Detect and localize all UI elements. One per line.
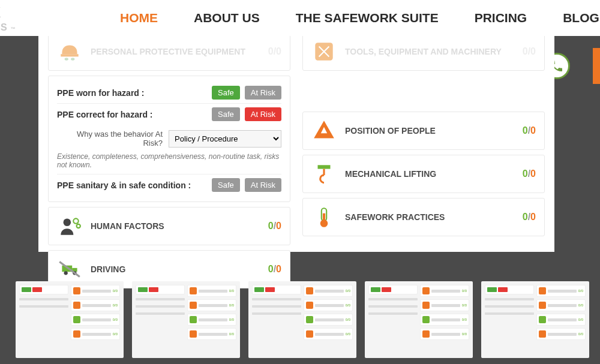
warning-icon bbox=[311, 118, 337, 143]
nav: HOME ABOUT US THE SAFEWORK SUITE PRICING… bbox=[120, 11, 599, 25]
safe-button[interactable]: Safe bbox=[212, 107, 240, 121]
thumbnail[interactable]: 0/0 0/0 0/0 0/0 bbox=[132, 281, 240, 358]
ratio: 0/0 bbox=[523, 212, 536, 222]
thumbnail[interactable]: 0/0 0/0 0/0 0/0 bbox=[481, 281, 589, 358]
card-title: POSITION OF PEOPLE bbox=[345, 126, 514, 136]
nav-suite[interactable]: THE SAFEWORK SUITE bbox=[296, 11, 439, 25]
nav-about[interactable]: ABOUT US bbox=[194, 11, 260, 25]
ratio: 0/0 bbox=[523, 125, 536, 136]
nav-home[interactable]: HOME bbox=[120, 11, 158, 25]
card-mechanical-lifting[interactable]: MECHANICAL LIFTING 0/0 bbox=[302, 155, 545, 193]
top-nav-bar: RK ONS™ HOME ABOUT US THE SAFEWORK SUITE… bbox=[0, 0, 600, 36]
card-human-factors[interactable]: HUMAN FACTORS 0/0 bbox=[48, 207, 290, 245]
hook-icon bbox=[311, 161, 337, 186]
safe-button[interactable]: Safe bbox=[212, 178, 240, 192]
svg-point-8 bbox=[64, 271, 68, 275]
safe-button[interactable]: Safe bbox=[212, 86, 240, 100]
ppe-sub-block: PPE worn for hazard : Safe At Risk PPE c… bbox=[48, 76, 290, 202]
truck-icon bbox=[57, 257, 82, 282]
logo: RK ONS™ bbox=[0, 6, 17, 32]
card-safework-practices[interactable]: SAFEWORK PRACTICES 0/0 bbox=[302, 198, 545, 236]
hardhat-icon bbox=[57, 39, 82, 64]
right-column: TOOLS, EQUIPMENT AND MACHINERY 0/0 POSIT… bbox=[302, 32, 545, 288]
card-position[interactable]: POSITION OF PEOPLE 0/0 bbox=[302, 112, 545, 150]
atrisk-button[interactable]: At Risk bbox=[245, 178, 281, 192]
hint-text: Existence, completeness, comprehensivene… bbox=[57, 150, 281, 174]
atrisk-button[interactable]: At Risk bbox=[245, 107, 281, 121]
thumbnail[interactable]: 0/0 0/0 0/0 0/0 bbox=[248, 281, 356, 358]
card-title: HUMAN FACTORS bbox=[91, 221, 260, 231]
card-ppe[interactable]: PERSONAL PROTECTIVE EQUIPMENT 0/0 bbox=[48, 32, 290, 71]
ratio: 0/0 bbox=[268, 264, 281, 275]
sub-label: PPE worn for hazard : bbox=[57, 88, 207, 98]
svg-rect-16 bbox=[323, 213, 325, 222]
tools-icon bbox=[311, 39, 337, 64]
atrisk-button[interactable]: At Risk bbox=[245, 86, 281, 100]
svg-rect-12 bbox=[318, 165, 331, 169]
ratio: 0/0 bbox=[523, 46, 536, 57]
svg-rect-2 bbox=[71, 58, 74, 61]
reason-select[interactable]: Policy / Procedure bbox=[169, 130, 281, 148]
card-title: TOOLS, EQUIPMENT AND MACHINERY bbox=[345, 47, 514, 56]
card-title: MECHANICAL LIFTING bbox=[345, 169, 514, 179]
ratio: 0/0 bbox=[268, 221, 281, 231]
svg-point-4 bbox=[73, 218, 78, 223]
nav-pricing[interactable]: PRICING bbox=[475, 11, 527, 25]
card-title: DRIVING bbox=[91, 264, 260, 274]
ratio: 0/0 bbox=[523, 169, 536, 179]
thumbnail[interactable]: 0/0 0/0 0/0 0/0 bbox=[16, 281, 124, 358]
sub-label: PPE sanitary & in safe condition : bbox=[57, 181, 207, 190]
card-title: PERSONAL PROTECTIVE EQUIPMENT bbox=[91, 47, 260, 56]
card-title: SAFEWORK PRACTICES bbox=[345, 212, 514, 222]
svg-rect-1 bbox=[65, 58, 68, 61]
svg-point-5 bbox=[77, 224, 80, 228]
orange-side-strip bbox=[593, 48, 600, 84]
person-gear-icon bbox=[57, 213, 82, 239]
left-column: PERSONAL PROTECTIVE EQUIPMENT 0/0 PPE wo… bbox=[48, 32, 290, 288]
svg-point-3 bbox=[64, 218, 71, 226]
nav-blog[interactable]: BLOG bbox=[563, 11, 599, 25]
svg-rect-0 bbox=[61, 54, 78, 56]
why-label: Why was the behavior At Risk? bbox=[57, 130, 163, 148]
thumbnail[interactable]: 0/0 0/0 0/0 0/0 bbox=[365, 281, 473, 358]
main-panel: Observations PERSONAL PROTECTIVE EQUIPME… bbox=[38, 0, 554, 252]
thermometer-icon bbox=[311, 204, 337, 230]
ratio: 0/0 bbox=[268, 46, 281, 57]
card-tools[interactable]: TOOLS, EQUIPMENT AND MACHINERY 0/0 bbox=[302, 32, 545, 71]
sub-label: PPE correct for hazard : bbox=[57, 110, 207, 119]
thumbnail-strip: 0/0 0/0 0/0 0/0 0/0 0/0 0/0 0/0 0/0 0/0 … bbox=[16, 281, 600, 358]
